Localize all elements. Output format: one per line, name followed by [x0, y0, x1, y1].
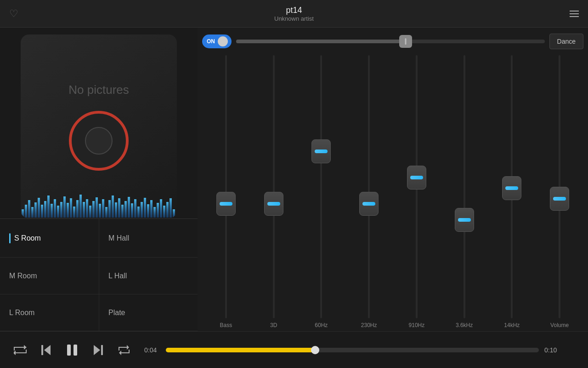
eq-top-controls: ON Dance	[198, 28, 588, 55]
eq-slider-230hz[interactable]	[345, 55, 393, 318]
svg-rect-21	[89, 206, 91, 218]
playback-buttons	[14, 343, 130, 357]
reverb-label-sroom: S Room	[14, 234, 41, 242]
svg-rect-16	[73, 207, 75, 218]
reverb-item-plate[interactable]: Plate	[99, 294, 198, 331]
svg-rect-17	[76, 200, 79, 218]
eq-thumb-60hz[interactable]	[311, 139, 331, 163]
svg-rect-50	[67, 345, 71, 356]
svg-rect-45	[166, 202, 169, 218]
eq-slider-volume[interactable]	[536, 55, 583, 318]
eq-track-60hz	[320, 55, 322, 318]
svg-rect-12	[60, 202, 62, 218]
reverb-item-sroom[interactable]: S Room	[0, 219, 99, 258]
svg-rect-8	[47, 196, 50, 218]
svg-rect-24	[99, 204, 101, 218]
progress-thumb[interactable]	[311, 346, 319, 354]
eq-track-3d	[273, 55, 275, 318]
eq-label-bass: Bass	[220, 318, 232, 331]
reverb-label-mhall: M Hall	[108, 234, 129, 242]
track-title: pt14	[274, 6, 314, 15]
eq-band-volume: Volume	[536, 55, 583, 331]
top-bar-center: pt14 Unknown artist	[274, 6, 314, 22]
reverb-label-lhall: L Hall	[108, 272, 127, 280]
svg-rect-6	[41, 205, 43, 218]
eq-thumb-3d[interactable]	[264, 192, 283, 216]
svg-rect-38	[144, 198, 146, 218]
svg-rect-42	[157, 203, 159, 218]
eq-slider-14khz[interactable]	[488, 55, 536, 318]
eq-master-slider[interactable]	[236, 40, 545, 43]
svg-rect-37	[141, 202, 143, 218]
eq-label-volume: Volume	[550, 318, 569, 331]
eq-master-thumb[interactable]	[399, 35, 412, 48]
pause-button[interactable]	[65, 343, 79, 357]
progress-fill	[166, 348, 315, 352]
vinyl-circle	[69, 111, 129, 171]
active-indicator	[9, 233, 11, 243]
reverb-item-mhall[interactable]: M Hall	[99, 219, 198, 258]
svg-rect-44	[163, 206, 165, 218]
toggle-circle	[218, 36, 228, 46]
previous-button[interactable]	[40, 344, 51, 356]
eq-band-910hz: 910Hz	[393, 55, 441, 331]
svg-rect-23	[96, 197, 98, 218]
reverb-label-mroom: M Room	[9, 272, 37, 280]
svg-rect-1	[25, 205, 27, 218]
svg-rect-14	[67, 203, 69, 218]
eq-track-volume	[559, 55, 560, 318]
menu-icon[interactable]	[570, 11, 579, 17]
reverb-item-mroom[interactable]: M Room	[0, 258, 99, 294]
eq-slider-bass[interactable]	[202, 55, 250, 318]
svg-rect-29	[115, 202, 117, 218]
heart-icon[interactable]: ♡	[9, 8, 18, 20]
svg-rect-31	[121, 205, 124, 218]
svg-rect-49	[41, 345, 43, 355]
eq-slider-60hz[interactable]	[298, 55, 345, 318]
total-time: 0:10	[544, 346, 560, 354]
eq-track-14khz	[511, 55, 513, 318]
reverb-item-lhall[interactable]: L Hall	[99, 258, 198, 294]
top-bar: ♡ pt14 Unknown artist	[0, 0, 588, 28]
repeat-button[interactable]	[14, 345, 27, 355]
eq-band-bass: Bass	[202, 55, 250, 331]
svg-rect-39	[147, 204, 149, 218]
eq-track-3600hz	[464, 55, 465, 318]
eq-thumb-910hz[interactable]	[407, 166, 426, 190]
svg-rect-27	[108, 200, 111, 218]
eq-slider-3d[interactable]	[250, 55, 298, 318]
repeat-single-button[interactable]	[118, 345, 130, 355]
svg-rect-18	[79, 195, 82, 218]
svg-rect-2	[28, 200, 30, 218]
main-content: No pictures	[0, 28, 588, 331]
svg-rect-22	[92, 201, 95, 218]
eq-slider-910hz[interactable]	[393, 55, 441, 318]
svg-rect-25	[102, 199, 104, 218]
svg-rect-9	[51, 204, 53, 218]
eq-label-230hz: 230Hz	[361, 318, 377, 331]
progress-bar[interactable]	[166, 348, 539, 352]
eq-thumb-3600hz[interactable]	[455, 208, 474, 232]
reverb-item-lroom[interactable]: L Room	[0, 294, 99, 331]
progress-area: 0:04 0:10	[144, 346, 560, 354]
next-button[interactable]	[93, 344, 104, 356]
eq-label-60hz: 60Hz	[315, 318, 328, 331]
eq-band-14khz: 14kHz	[488, 55, 536, 331]
eq-band-60hz: 60Hz	[298, 55, 345, 331]
no-pictures-text: No pictures	[68, 83, 129, 97]
eq-slider-3600hz[interactable]	[441, 55, 488, 318]
menu-line-1	[570, 11, 579, 12]
svg-rect-32	[124, 201, 127, 218]
svg-rect-7	[44, 201, 46, 218]
svg-marker-48	[44, 345, 51, 355]
eq-thumb-bass[interactable]	[216, 192, 236, 216]
eq-thumb-volume[interactable]	[550, 187, 569, 211]
eq-thumb-14khz[interactable]	[502, 176, 521, 200]
menu-line-2	[570, 13, 579, 14]
svg-rect-33	[128, 197, 130, 218]
eq-thumb-230hz[interactable]	[359, 192, 379, 216]
eq-preset-label[interactable]: Dance	[549, 34, 583, 49]
eq-on-toggle[interactable]: ON	[202, 34, 232, 48]
vinyl-inner	[85, 127, 113, 155]
eq-label-910hz: 910Hz	[409, 318, 425, 331]
